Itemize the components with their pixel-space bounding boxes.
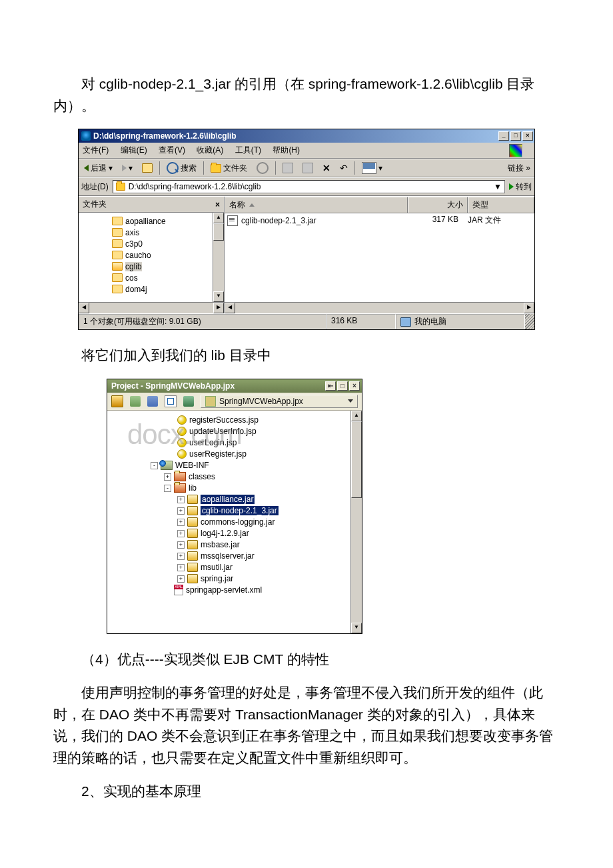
tree-item-jar[interactable]: +commons-logging.jar: [107, 517, 362, 528]
go-icon: [509, 183, 514, 190]
menu-file[interactable]: 文件(F): [83, 145, 109, 155]
tree-item-axis[interactable]: axis: [112, 227, 223, 238]
toolbar-icon[interactable]: [183, 396, 194, 407]
menu-help[interactable]: 帮助(H): [273, 145, 300, 155]
folders-pane: 文件夹 × aopalliance axis c3p0 caucho cglib…: [79, 197, 225, 313]
vertical-scrollbar[interactable]: ▲▼: [213, 213, 224, 302]
close-folders-button[interactable]: ×: [215, 200, 220, 209]
file-size: 317 KB: [398, 215, 464, 226]
delete-button[interactable]: ✕: [320, 162, 333, 174]
expand-icon[interactable]: +: [177, 553, 185, 560]
expand-icon[interactable]: +: [177, 519, 185, 526]
folders-header: 文件夹 ×: [79, 197, 224, 213]
search-button[interactable]: 搜索: [164, 161, 199, 175]
lib-folder-icon: [174, 483, 186, 493]
jar-icon: [187, 551, 198, 561]
expand-icon[interactable]: +: [177, 541, 185, 549]
expand-icon[interactable]: +: [177, 575, 185, 583]
maximize-button[interactable]: □: [510, 131, 521, 141]
jbuilder-titlebar[interactable]: Project - SpringMVCWebApp.jpx ⇤ □ ×: [107, 379, 362, 393]
links-label[interactable]: 链接 »: [508, 163, 530, 174]
folders-button[interactable]: 文件夹: [208, 162, 250, 175]
close-button[interactable]: ×: [522, 131, 533, 141]
expand-icon[interactable]: +: [177, 564, 185, 571]
up-button[interactable]: [139, 163, 155, 173]
go-button[interactable]: 转到: [509, 181, 532, 193]
toolbar-icon[interactable]: [130, 396, 141, 407]
move-to-icon: [283, 163, 293, 173]
tree-item-jar[interactable]: +aopalliance.jar: [107, 494, 362, 505]
expand-icon[interactable]: +: [177, 507, 185, 515]
menu-favorites[interactable]: 收藏(A): [197, 145, 223, 155]
jbuilder-toolbar: SpringMVCWebApp.jpx: [107, 393, 362, 411]
jar-icon: [187, 517, 198, 527]
explorer-window: D:\dd\spring-framework-1.2.6\lib\cglib _…: [78, 129, 535, 330]
collapse-icon[interactable]: -: [151, 462, 158, 469]
project-selector[interactable]: SpringMVCWebApp.jpx: [201, 395, 358, 408]
project-tree[interactable]: docx.com registerSuccess.jsp updateUserI…: [107, 411, 362, 633]
tree-item-c3p0[interactable]: c3p0: [112, 238, 223, 249]
horizontal-scrollbar[interactable]: ◀▶: [79, 302, 224, 313]
close-button[interactable]: ×: [349, 381, 360, 391]
tree-item-jar[interactable]: +log4j-1.2.9.jar: [107, 528, 362, 539]
paragraph-1: 对 cglib-nodep-2.1_3.jar 的引用（在 spring-fra…: [53, 73, 560, 117]
file-row[interactable]: cglib-nodep-2.1_3.jar 317 KB JAR 文件: [225, 213, 534, 227]
expand-icon[interactable]: +: [164, 473, 171, 481]
undo-button[interactable]: ↶: [337, 162, 350, 174]
col-header-name[interactable]: 名称: [225, 197, 408, 213]
undo-icon: ↶: [340, 163, 348, 173]
tree-item-xml[interactable]: springapp-servlet.xml: [107, 585, 362, 596]
tree-item-aopalliance[interactable]: aopalliance: [112, 215, 223, 227]
col-header-size[interactable]: 大小: [408, 197, 468, 213]
separator: [203, 161, 204, 175]
tree-item-jar[interactable]: +cglib-nodep-2.1_3.jar: [107, 505, 362, 517]
tree-item-cglib[interactable]: cglib: [112, 261, 223, 272]
explorer-titlebar[interactable]: D:\dd\spring-framework-1.2.6\lib\cglib _…: [79, 129, 534, 143]
windows-logo-icon: [509, 144, 522, 157]
watermark-text: docx.com: [127, 419, 242, 451]
tree-item-lib[interactable]: -lib: [107, 483, 362, 494]
tree-item-jar[interactable]: +spring.jar: [107, 573, 362, 585]
tree-item-caucho[interactable]: caucho: [112, 249, 223, 261]
menu-edit[interactable]: 编辑(E): [121, 145, 147, 155]
history-button[interactable]: [254, 161, 271, 175]
toolbar-icon[interactable]: [147, 396, 158, 407]
move-button[interactable]: [280, 162, 296, 174]
toolbar-icon[interactable]: [111, 395, 123, 407]
status-bar: 1 个对象(可用磁盘空间: 9.01 GB) 316 KB 我的电脑: [79, 313, 534, 329]
menu-tools[interactable]: 工具(T): [235, 145, 261, 155]
dropdown-icon: [348, 399, 353, 403]
folders-tree[interactable]: aopalliance axis c3p0 caucho cglib cos d…: [79, 213, 224, 302]
tree-item-classes[interactable]: +classes: [107, 471, 362, 483]
explorer-body: 文件夹 × aopalliance axis c3p0 caucho cglib…: [79, 196, 534, 313]
address-input[interactable]: D:\dd\spring-framework-1.2.6\lib\cglib ▼: [113, 180, 505, 193]
tree-item-cos[interactable]: cos: [112, 272, 223, 283]
expand-icon[interactable]: +: [177, 530, 185, 537]
minimize-button[interactable]: _: [498, 131, 509, 141]
back-button[interactable]: 后退 ▾: [81, 162, 115, 175]
paragraph-4: 使用声明控制的事务管理的好处是，事务管理不侵入我们所开发的组件（此时，在 DAO…: [53, 682, 560, 769]
tree-item-dom4j[interactable]: dom4j: [112, 283, 223, 295]
col-header-type[interactable]: 类型: [468, 197, 534, 213]
history-icon: [257, 162, 269, 174]
dock-button[interactable]: ⇤: [325, 381, 336, 391]
forward-button[interactable]: ▾: [119, 163, 135, 173]
toolbar-icon[interactable]: [165, 395, 177, 407]
tree-item-jar[interactable]: +mssqlserver.jar: [107, 551, 362, 562]
toolbar: 后退 ▾ ▾ 搜索 文件夹 ✕ ↶ ▾ 链接 »: [79, 159, 534, 177]
sort-asc-icon: [249, 203, 255, 207]
menu-view[interactable]: 查看(V): [159, 145, 185, 155]
tree-item-jar[interactable]: +msutil.jar: [107, 562, 362, 573]
copy-button[interactable]: [300, 162, 316, 174]
views-button[interactable]: ▾: [359, 161, 385, 175]
column-headers: 名称 大小 类型: [225, 197, 534, 213]
maximize-button[interactable]: □: [337, 381, 348, 391]
expand-icon[interactable]: +: [177, 496, 185, 503]
vertical-scrollbar[interactable]: ▲▼: [350, 411, 362, 633]
tree-item-webinf[interactable]: -WEB-INF: [107, 460, 362, 471]
horizontal-scrollbar[interactable]: ◀▶: [225, 302, 534, 313]
tree-item-jar[interactable]: +msbase.jar: [107, 539, 362, 551]
my-computer-icon: [400, 317, 411, 327]
collapse-icon[interactable]: -: [164, 485, 171, 492]
resize-grip[interactable]: [525, 314, 534, 329]
